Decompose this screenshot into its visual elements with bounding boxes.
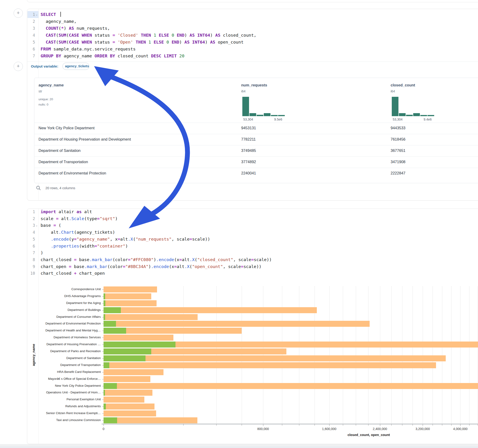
- sql-code-editor[interactable]: 1⌄SELECT 2 agency_name,3 COUNT(*) AS num…: [27, 11, 478, 69]
- code-token-kw: FROM: [41, 47, 51, 51]
- table-cell[interactable]: 3471908: [391, 160, 405, 164]
- bar-open-count[interactable]: [104, 355, 145, 361]
- bar-open-count[interactable]: [104, 362, 109, 368]
- bar-closed-count[interactable]: [104, 376, 150, 382]
- column-header-closed-count[interactable]: closed_count: [391, 83, 415, 87]
- bar-open-count[interactable]: [104, 300, 105, 306]
- bar-closed-count[interactable]: [104, 286, 157, 292]
- bar-closed-count[interactable]: [104, 411, 156, 417]
- y-axis-label: Department of Consumer Affairs: [27, 315, 101, 318]
- code-line[interactable]: ): [41, 249, 43, 256]
- code-token-plain: , scale: [223, 264, 241, 269]
- line-number: 2: [27, 18, 35, 25]
- table-cell[interactable]: 2240041: [241, 171, 256, 175]
- code-token-op: =: [174, 264, 177, 269]
- code-line[interactable]: scale = alt.Scale(type="sqrt"): [41, 215, 118, 222]
- search-icon[interactable]: [36, 186, 41, 191]
- bar-open-count[interactable]: [104, 404, 106, 410]
- code-line[interactable]: COUNT(*) AS num_requests,: [41, 25, 110, 32]
- y-axis-label: Department of Housing Preservation …: [27, 342, 101, 346]
- output-variable-pill[interactable]: agency_tickets: [63, 63, 89, 70]
- table-cell[interactable]: 7618456: [391, 137, 405, 142]
- bar-closed-count[interactable]: [104, 355, 446, 361]
- bar-open-count[interactable]: [104, 293, 105, 299]
- bar-closed-count[interactable]: [104, 397, 144, 403]
- line-number: 10: [27, 270, 35, 277]
- table-cell[interactable]: 3749485: [241, 148, 256, 153]
- y-axis-tick: [102, 386, 104, 386]
- table-cell[interactable]: 3774892: [241, 160, 256, 164]
- python-code-editor[interactable]: 1import altair as alt2scale = alt.Scale(…: [27, 208, 478, 278]
- bar-closed-count[interactable]: [104, 300, 157, 306]
- bar-closed-count[interactable]: [104, 417, 197, 423]
- add-cell-button-output[interactable]: +: [14, 62, 23, 71]
- code-token-kw: ELSE: [154, 40, 164, 44]
- code-line[interactable]: .encode(y="agency_name", x=alt.X("num_re…: [41, 236, 210, 243]
- code-line[interactable]: alt.Chart(agency_tickets): [41, 229, 115, 236]
- table-cell[interactable]: Department of Sanitation: [38, 148, 81, 153]
- bar-closed-count[interactable]: [104, 383, 478, 389]
- code-token-kw: THEN: [136, 40, 146, 44]
- code-token-fn: .properties: [51, 244, 79, 249]
- y-axis-label: DHS Advantage Programs: [27, 294, 101, 298]
- bar-closed-count[interactable]: [104, 307, 317, 313]
- code-token-plain: [195, 33, 197, 37]
- histogram-bin: [392, 97, 398, 116]
- code-token-plain: (: [195, 257, 197, 262]
- bar-closed-count[interactable]: [104, 321, 370, 327]
- bar-open-count[interactable]: [104, 307, 121, 313]
- add-cell-button-top[interactable]: +: [14, 8, 23, 18]
- code-line[interactable]: CAST(SUM(CASE WHEN status = 'Closed' THE…: [41, 32, 256, 39]
- bar-open-count[interactable]: [104, 328, 126, 334]
- code-token-fn: .encode: [156, 257, 174, 262]
- table-cell[interactable]: New York City Police Department: [38, 126, 94, 130]
- bar-open-count[interactable]: [104, 342, 176, 348]
- code-line[interactable]: SELECT: [41, 11, 61, 18]
- code-token-kw: SELECT: [41, 12, 56, 17]
- bar-closed-count[interactable]: [104, 335, 173, 341]
- bar-open-count[interactable]: [104, 383, 117, 389]
- code-line[interactable]: import altair as alt: [41, 208, 92, 215]
- bar-open-count[interactable]: [104, 390, 105, 396]
- fold-chevron-icon[interactable]: ⌄: [36, 11, 39, 18]
- fold-chevron-icon[interactable]: ⌄: [36, 222, 39, 229]
- histogram-bin: [406, 115, 413, 116]
- code-line[interactable]: chart_open = base.mark_bar(color="#8BC34…: [41, 263, 262, 270]
- bar-open-count[interactable]: [104, 321, 116, 327]
- column-header-agency-name[interactable]: agency_name: [38, 83, 64, 87]
- table-cell[interactable]: 7782211: [241, 137, 256, 142]
- bar-open-count[interactable]: [104, 314, 105, 320]
- x-axis-minor-tick: [469, 424, 470, 426]
- y-axis-label: Operations Unit - Department of Hom…: [27, 391, 101, 394]
- code-line[interactable]: agency_name,: [41, 18, 76, 25]
- code-line[interactable]: base = (: [41, 222, 61, 229]
- table-cell[interactable]: 9453131: [241, 126, 256, 130]
- python-cell: 1import altair as alt2scale = alt.Scale(…: [27, 209, 478, 444]
- table-cell[interactable]: 9443533: [391, 126, 405, 130]
- row-divider: [34, 134, 478, 134]
- table-cell[interactable]: Department of Transportation: [38, 160, 88, 164]
- table-cell[interactable]: 3677651: [391, 148, 405, 153]
- bar-closed-count[interactable]: [104, 404, 155, 410]
- bar-open-count[interactable]: [104, 348, 151, 355]
- x-axis-tick: [460, 424, 460, 426]
- column-header-num-requests[interactable]: num_requests: [241, 83, 267, 87]
- bar-closed-count[interactable]: [104, 390, 152, 396]
- table-cell[interactable]: Department of Environmental Protection: [38, 171, 106, 175]
- code-line[interactable]: .properties(width="container"): [41, 243, 128, 249]
- code-line[interactable]: chart_closed + chart_open: [41, 270, 105, 277]
- y-axis-tick: [102, 317, 104, 317]
- bar-closed-count[interactable]: [104, 314, 198, 320]
- histogram-closed-count-max: 9.4e6: [424, 118, 432, 121]
- table-cell[interactable]: Department of Housing Preservation and D…: [38, 137, 131, 142]
- code-line[interactable]: GROUP BY agency_name ORDER BY closed_cou…: [41, 53, 184, 59]
- code-token-kw: ELSE: [159, 33, 169, 37]
- bar-closed-count[interactable]: [104, 293, 151, 299]
- bar-closed-count[interactable]: [104, 369, 164, 375]
- table-cell[interactable]: 2222847: [391, 171, 405, 175]
- bar-open-count[interactable]: [104, 417, 117, 423]
- bar-closed-count[interactable]: [104, 362, 436, 368]
- code-line[interactable]: FROM sample_data.nyc.service_requests: [41, 46, 136, 53]
- code-line[interactable]: chart_closed = base.mark_bar(color="#FFC…: [41, 256, 272, 263]
- code-line[interactable]: CAST(SUM(CASE WHEN status = 'Open' THEN …: [41, 39, 244, 46]
